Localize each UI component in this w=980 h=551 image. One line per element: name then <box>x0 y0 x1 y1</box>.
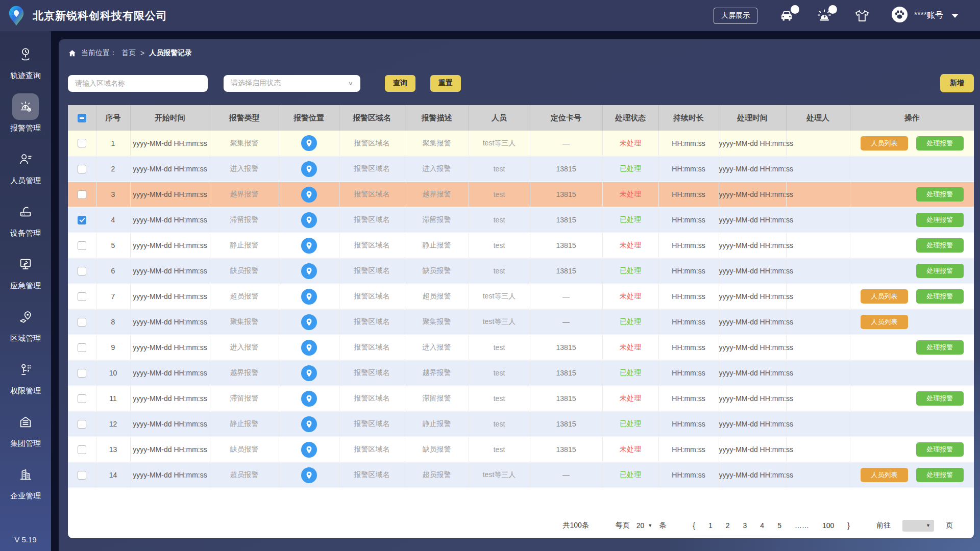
row-checkbox[interactable] <box>78 445 86 454</box>
row-checkbox[interactable] <box>78 241 86 250</box>
cell-person: test <box>469 233 530 258</box>
row-checkbox[interactable] <box>78 292 86 301</box>
cell-index: 12 <box>96 411 130 437</box>
next-page-button[interactable]: } <box>841 521 856 530</box>
query-button[interactable]: 查询 <box>385 75 415 92</box>
sidebar-item-8[interactable]: 集团管理 <box>0 409 51 461</box>
page-ellipsis: …… <box>788 521 816 530</box>
handle-alarm-button[interactable]: 处理报警 <box>916 340 964 355</box>
handle-alarm-button[interactable]: 处理报警 <box>916 468 964 482</box>
person-list-button[interactable]: 人员列表 <box>861 136 908 151</box>
sidebar-item-4[interactable]: 设备管理 <box>0 198 51 251</box>
shirt-icon[interactable] <box>853 7 871 24</box>
handle-alarm-button[interactable]: 处理报警 <box>916 213 964 227</box>
person-list-button[interactable]: 人员列表 <box>861 315 908 329</box>
row-checkbox[interactable] <box>78 190 86 199</box>
row-checkbox[interactable] <box>78 216 86 224</box>
location-pin-icon[interactable] <box>301 289 317 305</box>
row-checkbox[interactable] <box>78 343 86 352</box>
cell-person: test <box>469 156 530 182</box>
row-checkbox[interactable] <box>78 471 86 480</box>
cell-alarm-desc: 缺员报警 <box>405 258 469 284</box>
sidebar-item-3[interactable]: 人员管理 <box>0 146 51 198</box>
location-pin-icon[interactable] <box>301 187 317 203</box>
reset-button[interactable]: 重置 <box>430 75 461 92</box>
person-list-button[interactable]: 人员列表 <box>861 468 908 482</box>
cell-duration: HH:mm:ss <box>658 437 719 462</box>
bigscreen-button[interactable]: 大屏展示 <box>714 8 757 24</box>
handle-alarm-button[interactable]: 处理报警 <box>916 442 964 457</box>
row-select-cell <box>68 131 96 156</box>
cell-index: 5 <box>96 233 130 258</box>
page-number-5[interactable]: 5 <box>771 521 788 530</box>
sidebar-item-2[interactable]: 报警管理 <box>0 93 51 146</box>
person-list-button[interactable]: 人员列表 <box>861 289 908 304</box>
row-checkbox[interactable] <box>78 267 86 276</box>
sidebar-item-label: 集团管理 <box>10 439 41 448</box>
company-logo-icon <box>5 5 28 27</box>
per-page-select[interactable]: 20 ▼ <box>636 521 653 530</box>
page-number-1[interactable]: 1 <box>702 521 719 530</box>
account-caret-icon[interactable] <box>951 14 959 18</box>
cell-alarm-area: 报警区域名 <box>339 386 405 411</box>
area-name-input[interactable] <box>68 75 208 92</box>
cell-operations: 人员列表处理报警 <box>850 258 974 284</box>
handle-alarm-button[interactable]: 处理报警 <box>916 264 964 278</box>
cell-alarm-desc: 越界报警 <box>405 182 469 207</box>
cell-handler <box>786 335 850 360</box>
location-pin-icon[interactable] <box>301 161 317 177</box>
table-row: 6yyyy-MM-dd HH:mm:ss缺员报警报警区域名缺员报警test138… <box>68 258 974 284</box>
vehicle-icon[interactable] <box>778 7 795 24</box>
siren-badge <box>828 5 837 14</box>
location-pin-icon[interactable] <box>301 238 317 254</box>
page-number-4[interactable]: 4 <box>753 521 771 530</box>
goto-page-select[interactable]: ▼ <box>902 520 934 532</box>
location-pin-icon[interactable] <box>301 467 317 483</box>
row-checkbox[interactable] <box>78 394 86 403</box>
location-pin-icon[interactable] <box>301 263 317 279</box>
handle-alarm-button[interactable]: 处理报警 <box>916 238 964 253</box>
siren-icon[interactable] <box>816 7 833 24</box>
cell-handle-status: 已处理 <box>602 309 658 335</box>
row-checkbox[interactable] <box>78 369 86 378</box>
select-all-checkbox[interactable] <box>78 114 86 122</box>
location-pin-icon[interactable] <box>301 416 317 432</box>
page-number-3[interactable]: 3 <box>737 521 754 530</box>
location-pin-icon[interactable] <box>301 442 317 458</box>
cell-person: test <box>469 207 530 233</box>
prev-page-button[interactable]: { <box>686 521 702 530</box>
handle-alarm-button[interactable]: 处理报警 <box>916 289 964 304</box>
sidebar-item-7[interactable]: 权限管理 <box>0 356 51 409</box>
add-button[interactable]: 新增 <box>940 74 974 92</box>
breadcrumb-home[interactable]: 首页 <box>121 48 136 58</box>
handle-alarm-button[interactable]: 处理报警 <box>916 391 964 406</box>
status-select[interactable]: 请选择启用状态 ∨ <box>224 75 360 92</box>
location-pin-icon[interactable] <box>301 135 317 151</box>
cell-card-number: — <box>530 309 602 335</box>
sidebar-item-9[interactable]: 企业管理 <box>0 461 51 514</box>
handle-alarm-button[interactable]: 处理报警 <box>916 136 964 151</box>
row-checkbox[interactable] <box>78 318 86 327</box>
location-pin-icon[interactable] <box>301 340 317 356</box>
location-pin-icon[interactable] <box>301 365 317 381</box>
sidebar-item-5[interactable]: 应急管理 <box>0 251 51 304</box>
location-pin-icon[interactable] <box>301 212 317 228</box>
total-count: 共100条 <box>556 521 595 530</box>
cell-alarm-desc: 缺员报警 <box>405 437 469 462</box>
page-number-2[interactable]: 2 <box>719 521 737 530</box>
sidebar-item-6[interactable]: 区域管理 <box>0 304 51 356</box>
main-panel: 当前位置：首页>人员报警记录 请选择启用状态 ∨ 查询 重置 新增 序号 开始时… <box>59 39 980 551</box>
cell-operations: 人员列表处理报警 <box>850 309 974 335</box>
sidebar-item-1[interactable]: 轨迹查询 <box>0 41 51 93</box>
row-checkbox[interactable] <box>78 139 86 147</box>
account-area[interactable]: ****账号 <box>891 6 959 25</box>
location-pin-icon[interactable] <box>301 391 317 407</box>
cell-start-time: yyyy-MM-dd HH:mm:ss <box>130 182 210 207</box>
page-number-last[interactable]: 100 <box>816 521 841 530</box>
row-checkbox[interactable] <box>78 165 86 173</box>
handle-alarm-button[interactable]: 处理报警 <box>916 187 964 202</box>
filter-row: 请选择启用状态 ∨ 查询 重置 新增 <box>68 74 974 92</box>
cell-alarm-type: 越界报警 <box>210 360 279 386</box>
location-pin-icon[interactable] <box>301 314 317 330</box>
row-checkbox[interactable] <box>78 420 86 429</box>
